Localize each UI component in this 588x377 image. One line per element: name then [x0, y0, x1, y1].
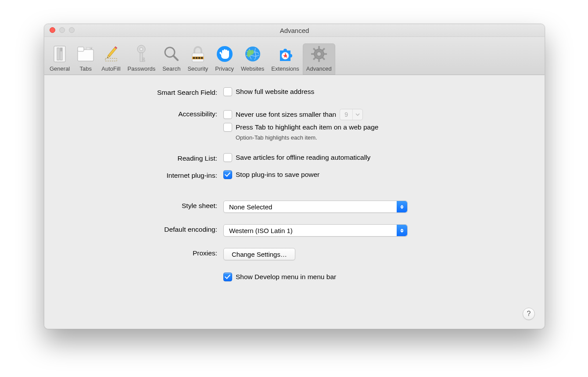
style-sheet-select[interactable]: None Selected	[223, 201, 408, 213]
default-encoding-value: Western (ISO Latin 1)	[229, 227, 293, 234]
show-full-address-text: Show full website address	[236, 88, 314, 96]
press-tab-text: Press Tab to highlight each item on a we…	[236, 123, 378, 131]
min-font-stepper[interactable]: 9	[340, 109, 363, 120]
window-controls	[50, 27, 75, 33]
style-sheet-label: Style sheet:	[59, 201, 223, 210]
tab-security[interactable]: Security	[184, 43, 212, 75]
tab-label: Extensions	[271, 65, 299, 72]
pencil-icon	[102, 45, 120, 63]
tab-label: Security	[187, 65, 208, 72]
svg-rect-0	[54, 46, 65, 62]
tab-label: Advanced	[306, 65, 332, 72]
tab-label: Search	[162, 65, 180, 72]
style-sheet-value: None Selected	[229, 203, 272, 211]
tab-label: Tabs	[80, 65, 92, 72]
show-develop-menu-checkbox[interactable]	[223, 273, 232, 281]
proxies-label: Proxies:	[59, 248, 223, 257]
press-tab-checkbox[interactable]	[223, 123, 232, 132]
svg-rect-6	[86, 47, 90, 50]
tabs-icon: +	[77, 45, 94, 63]
svg-rect-5	[78, 47, 84, 51]
stop-plugins-checkbox[interactable]	[223, 170, 232, 179]
tab-privacy[interactable]: Privacy	[212, 43, 237, 75]
accessibility-note: Option-Tab highlights each item.	[223, 134, 530, 141]
tab-label: Privacy	[215, 65, 234, 72]
tab-label: Websites	[241, 65, 264, 72]
svg-rect-17	[143, 58, 144, 59]
accessibility-label: Accessibility:	[59, 109, 223, 118]
tab-general[interactable]: General	[46, 43, 73, 75]
tab-search[interactable]: Search	[159, 43, 184, 75]
min-font-text: Never use font sizes smaller than	[236, 111, 336, 118]
titlebar: Advanced	[44, 24, 545, 37]
tab-extensions[interactable]: Extensions	[268, 43, 303, 75]
min-font-value: 9	[340, 111, 352, 118]
tab-autofill[interactable]: AutoFill	[98, 43, 124, 75]
internet-plugins-label: Internet plug-ins:	[59, 170, 223, 180]
show-full-address-checkbox[interactable]	[223, 87, 232, 96]
svg-text:+: +	[90, 47, 93, 50]
svg-rect-41	[311, 53, 314, 55]
gear-icon	[310, 45, 328, 63]
svg-rect-42	[324, 53, 327, 55]
tab-advanced[interactable]: Advanced	[303, 43, 335, 75]
change-settings-label: Change Settings…	[232, 251, 287, 258]
svg-point-47	[317, 52, 321, 56]
svg-rect-1	[57, 48, 59, 60]
svg-rect-9	[105, 58, 117, 61]
help-icon: ?	[527, 310, 531, 318]
tab-label: AutoFill	[101, 65, 120, 72]
svg-rect-39	[318, 46, 320, 49]
show-develop-menu-text: Show Develop menu in menu bar	[236, 273, 336, 281]
hand-icon	[216, 45, 233, 63]
default-encoding-select[interactable]: Western (ISO Latin 1)	[223, 224, 408, 237]
tab-label: Passwords	[128, 65, 156, 72]
svg-rect-16	[140, 53, 143, 61]
svg-rect-3	[60, 48, 62, 51]
puzzle-icon	[276, 45, 294, 63]
tab-websites[interactable]: Websites	[237, 43, 268, 75]
search-icon	[163, 45, 180, 63]
tab-passwords[interactable]: Passwords	[124, 43, 159, 75]
stop-plugins-text: Stop plug-ins to save power	[236, 171, 319, 179]
smart-search-label: Smart Search Field:	[59, 87, 223, 97]
window-title: Advanced	[280, 27, 309, 34]
minimize-window-button[interactable]	[59, 27, 65, 33]
select-arrows-icon	[397, 201, 407, 212]
select-arrows-icon	[397, 225, 407, 236]
advanced-pane: Smart Search Field: Show full website ad…	[44, 75, 545, 329]
save-offline-checkbox[interactable]	[223, 153, 232, 162]
globe-icon	[244, 45, 262, 63]
default-encoding-label: Default encoding:	[59, 224, 223, 233]
key-icon	[133, 45, 150, 63]
close-window-button[interactable]	[50, 27, 55, 33]
svg-point-15	[140, 48, 143, 51]
preferences-window: Advanced General	[44, 24, 545, 329]
help-button[interactable]: ?	[523, 308, 535, 320]
chevron-down-icon	[352, 109, 362, 120]
preferences-toolbar: General + Tabs	[44, 37, 545, 75]
save-offline-text: Save articles for offline reading automa…	[236, 154, 370, 162]
zoom-window-button[interactable]	[69, 27, 75, 33]
tab-tabs[interactable]: + Tabs	[73, 43, 98, 75]
svg-rect-40	[318, 59, 320, 62]
reading-list-label: Reading List:	[59, 153, 223, 162]
lock-icon	[189, 45, 207, 63]
change-settings-button[interactable]: Change Settings…	[223, 248, 295, 260]
switch-icon	[51, 45, 68, 63]
min-font-checkbox[interactable]	[223, 110, 232, 119]
svg-line-20	[173, 56, 178, 60]
svg-rect-18	[143, 60, 145, 61]
tab-label: General	[50, 65, 70, 72]
